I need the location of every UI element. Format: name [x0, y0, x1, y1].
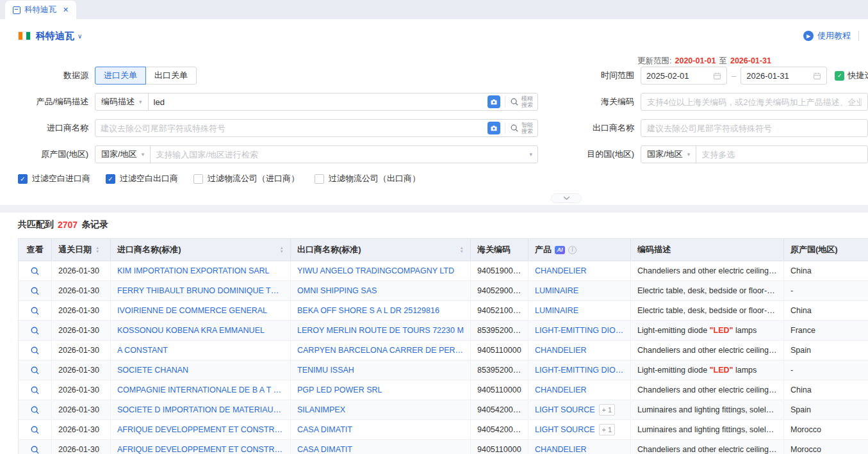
origin-type-select[interactable]: 国家/地区 ▾ [95, 146, 151, 163]
hs-code-input[interactable] [641, 93, 868, 111]
view-magnifier-icon[interactable] [30, 425, 40, 435]
tab-cote-divoire[interactable]: 科特迪瓦 ✕ [5, 1, 76, 19]
importer-link[interactable]: KIM IMPORTATION EXPORTATION SARL [111, 261, 291, 281]
sort-icons[interactable]: ▲▼ [95, 246, 99, 254]
exporter-link[interactable]: BEKA OFF SHORE S A L DR 25129816 [291, 301, 471, 321]
cell-description: Luminaires and lighting fittings, solel… [631, 400, 784, 420]
checkbox-icon[interactable] [193, 174, 203, 184]
sort-icons[interactable]: ▲▼ [460, 246, 464, 254]
date-range-separator: – [732, 71, 736, 81]
product-link[interactable]: CHANDELIER [535, 341, 587, 360]
image-search-icon[interactable] [487, 95, 500, 108]
exporter-link[interactable]: PGP LED POWER SRL [291, 380, 471, 400]
product-link[interactable]: LIGHT-EMITTING DIODE [535, 361, 624, 380]
exporter-link[interactable]: CASA DIMATIT [291, 420, 471, 440]
view-magnifier-icon[interactable] [30, 445, 40, 454]
cell-product: LIGHT-EMITTING DIODE [528, 321, 631, 341]
cell-date: 2026-01-30 [52, 400, 111, 420]
quick-select-icon: ✓ [835, 71, 844, 81]
importer-link[interactable]: IVOIRIENNE DE COMMERCE GENERAL [111, 301, 291, 321]
cell-view [19, 361, 52, 380]
checkbox-icon[interactable]: ✓ [106, 174, 115, 184]
checkbox-icon[interactable]: ✓ [18, 174, 28, 184]
exporter-link[interactable]: CARPYEN BARCELONA CARRER DE PERE IV [291, 341, 471, 361]
header-divider [858, 31, 859, 41]
info-icon[interactable]: i [568, 246, 577, 254]
product-link[interactable]: LIGHT SOURCE [535, 420, 595, 439]
importer-link[interactable]: AFRIQUE DEVELOPPEMENT ET CONSTRUCT… [111, 440, 291, 454]
smart-search-button[interactable]: 智能搜索 [505, 120, 537, 136]
col-date[interactable]: 通关日期 ▲▼ [52, 239, 111, 261]
importer-link[interactable]: AFRIQUE DEVELOPPEMENT ET CONSTRUCT… [111, 420, 291, 440]
importer-link[interactable]: SOCIETE D IMPORTATION DE MATERIAUX E… [111, 400, 291, 420]
cell-origin: - [784, 281, 868, 301]
export-customs-toggle[interactable]: 出口关单 [145, 67, 197, 85]
filter-checkbox[interactable]: ✓ 过滤空白出口商 [106, 173, 178, 184]
extra-products-badge[interactable]: + 1 [599, 424, 616, 435]
image-search-icon[interactable] [487, 122, 500, 134]
importer-link[interactable]: FERRY THIBAULT BRUNO DOMINIQUE THO… [111, 281, 291, 301]
checkbox-icon[interactable] [315, 174, 324, 184]
dest-country-input[interactable] [696, 146, 867, 163]
exporter-link[interactable]: CASA DIMATIT [291, 440, 471, 454]
dest-type-select[interactable]: 国家/地区 ▾ [641, 146, 696, 163]
col-exporter[interactable]: 出口商名称(标准) ▲▼ [291, 239, 471, 261]
exporter-name-input[interactable] [641, 119, 868, 137]
col-importer[interactable]: 进口商名称(标准) ▲▼ [111, 239, 291, 261]
product-link[interactable]: LUMINAIRE [535, 281, 578, 300]
view-magnifier-icon[interactable] [30, 346, 40, 355]
close-icon[interactable]: ✕ [63, 6, 69, 14]
product-link[interactable]: LIGHT SOURCE [535, 400, 595, 419]
country-selector[interactable]: 科特迪瓦 ∨ [18, 30, 82, 42]
importer-link[interactable]: SOCIETE CHANAN [111, 361, 291, 380]
product-link[interactable]: CHANDELIER [535, 380, 587, 400]
cell-view [19, 341, 52, 361]
exporter-link[interactable]: OMNI SHIPPING SAS [291, 281, 471, 301]
summary-prefix: 共匹配到 [18, 219, 54, 231]
exporter-link[interactable]: TENIMU ISSAH [291, 361, 471, 380]
exporter-link[interactable]: YIWU ANGELO TRADINGCOMPAGNY LTD [291, 261, 471, 281]
view-magnifier-icon[interactable] [30, 286, 40, 296]
product-link[interactable]: LIGHT-EMITTING DIODE [535, 321, 624, 340]
cell-hs-code: 9405290000 [471, 281, 528, 301]
sort-icons[interactable]: ▲▼ [280, 246, 284, 254]
tutorial-button[interactable]: ▶ 使用教程 [803, 30, 851, 42]
cell-hs-code: 9405210000 [471, 301, 528, 321]
view-magnifier-icon[interactable] [30, 266, 40, 276]
product-link[interactable]: CHANDELIER [535, 261, 587, 280]
view-magnifier-icon[interactable] [30, 385, 40, 395]
date-to-input[interactable]: 2026-01-31 [741, 67, 827, 85]
exporter-link[interactable]: SILANIMPEX [291, 400, 471, 420]
cell-view [19, 301, 52, 321]
col-view: 查看 [19, 239, 52, 261]
import-customs-toggle[interactable]: 进口关单 [95, 67, 146, 85]
cell-description: Chandeliers and other electric ceiling… [631, 341, 784, 361]
fuzzy-search-button[interactable]: 模糊搜索 [505, 93, 537, 110]
product-link[interactable]: CHANDELIER [535, 440, 587, 454]
product-type-select[interactable]: 编码描述 ▾ [95, 93, 149, 110]
filter-checkbox[interactable]: ✓ 过滤空白进口商 [18, 173, 90, 184]
product-search-input[interactable] [149, 93, 487, 110]
view-magnifier-icon[interactable] [30, 366, 40, 375]
view-magnifier-icon[interactable] [30, 306, 40, 316]
calendar-icon [813, 72, 821, 80]
origin-country-input[interactable] [151, 146, 529, 163]
exporter-link[interactable]: LEROY MERLIN ROUTE DE TOURS 72230 M [291, 321, 471, 341]
filter-checkbox[interactable]: 过滤物流公司（出口商） [315, 173, 420, 184]
filter-checkbox[interactable]: 过滤物流公司（进口商） [193, 173, 299, 184]
date-from-input[interactable]: 2025-02-01 [641, 67, 727, 85]
collapse-filter-button[interactable] [551, 193, 582, 203]
table-row: 2026-01-30 KOSSONOU KOBENA KRA EMMANUEL … [19, 321, 868, 341]
importer-link[interactable]: COMPAGNIE INTERNATIONALE DE B A T E R [111, 380, 291, 400]
cell-date: 2026-01-30 [52, 301, 111, 321]
extra-products-badge[interactable]: + 1 [599, 404, 616, 416]
importer-link[interactable]: A CONSTANT [111, 341, 291, 361]
cell-description: Electric table, desk, bedside or floor-… [631, 281, 784, 301]
importer-link[interactable]: KOSSONOU KOBENA KRA EMMANUEL [111, 321, 291, 341]
product-link[interactable]: LUMINAIRE [535, 301, 578, 320]
view-magnifier-icon[interactable] [30, 405, 40, 415]
view-magnifier-icon[interactable] [30, 326, 40, 336]
cell-product: LUMINAIRE [528, 281, 631, 301]
importer-name-input[interactable] [95, 120, 487, 136]
quick-select-button[interactable]: ✓ 快捷选 [835, 70, 868, 81]
